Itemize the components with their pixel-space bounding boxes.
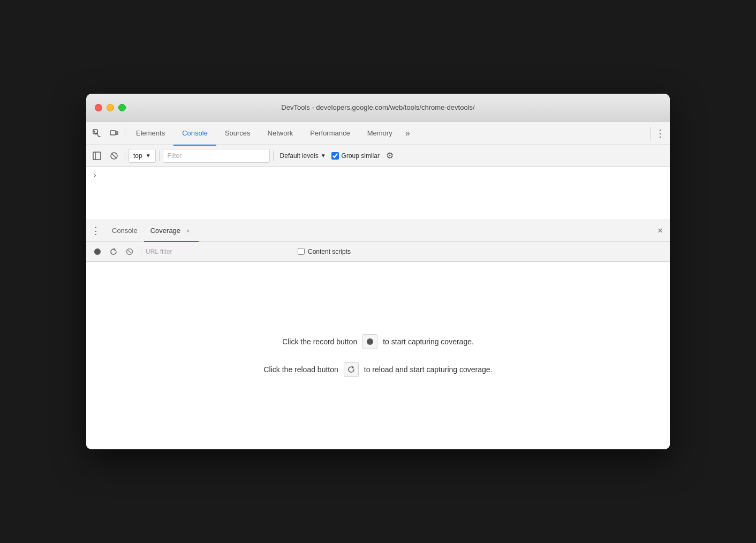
show-console-sidebar-button[interactable] (89, 148, 104, 163)
window-title: DevTools - developers.google.com/web/too… (281, 103, 474, 111)
tab-sources[interactable]: Sources (216, 122, 259, 146)
drawer-close-button[interactable]: × (653, 223, 668, 238)
tab-performance[interactable]: Performance (301, 122, 358, 146)
content-scripts-checkbox[interactable] (298, 248, 305, 255)
console-prompt[interactable]: › (93, 171, 663, 179)
coverage-url-filter[interactable] (146, 245, 296, 258)
context-selector[interactable]: top ▼ (128, 149, 156, 163)
bottom-drawer: ⋮ Console Coverage × × (86, 220, 670, 449)
drawer-tab-bar: ⋮ Console Coverage × × (86, 220, 670, 242)
group-similar-checkbox[interactable] (331, 152, 339, 160)
minimize-button[interactable] (107, 104, 114, 111)
coverage-toolbar: Content scripts (86, 242, 670, 262)
content-scripts-label[interactable]: Content scripts (298, 248, 351, 255)
inspect-element-button[interactable] (88, 125, 105, 142)
hint-record-icon (362, 334, 377, 349)
console-divider-1 (125, 150, 125, 161)
coverage-reload-button[interactable] (107, 245, 120, 259)
drawer-menu-button[interactable]: ⋮ (88, 223, 103, 238)
tab-memory[interactable]: Memory (359, 122, 401, 146)
chevron-down-icon: ▼ (146, 153, 151, 159)
svg-rect-1 (110, 131, 116, 135)
maximize-button[interactable] (118, 104, 126, 111)
console-options-bar: top ▼ Default levels ▼ Group similar ⚙ (86, 145, 670, 167)
coverage-hint-record: Click the record button to start capturi… (282, 334, 474, 349)
svg-rect-3 (93, 152, 101, 160)
levels-dropdown-icon: ▼ (321, 153, 326, 159)
devtools-toolbar: Elements Console Sources Network Perform… (86, 122, 670, 145)
svg-line-9 (128, 250, 131, 253)
svg-line-6 (112, 154, 116, 158)
svg-point-7 (94, 248, 101, 255)
svg-rect-2 (116, 132, 118, 134)
tab-console[interactable]: Console (173, 122, 216, 146)
coverage-divider (141, 247, 141, 257)
console-filter-input[interactable] (163, 149, 270, 163)
drawer-tab-console[interactable]: Console (105, 221, 144, 242)
tab-elements[interactable]: Elements (127, 122, 173, 146)
close-button[interactable] (95, 104, 102, 111)
devtools-window: DevTools - developers.google.com/web/too… (86, 94, 670, 449)
coverage-tab-close[interactable]: × (184, 227, 192, 235)
title-bar: DevTools - developers.google.com/web/too… (86, 94, 670, 122)
coverage-main-content: Click the record button to start capturi… (86, 262, 670, 449)
coverage-clear-button[interactable] (123, 245, 137, 259)
coverage-hint-reload: Click the reload button to reload and st… (263, 362, 492, 377)
group-similar-label[interactable]: Group similar (331, 152, 380, 160)
drawer-tab-coverage[interactable]: Coverage × (144, 221, 199, 242)
toolbar-divider-1 (125, 127, 125, 140)
tab-network[interactable]: Network (259, 122, 302, 146)
console-divider-2 (159, 150, 160, 161)
device-toolbar-button[interactable] (105, 125, 123, 142)
console-content: › (86, 167, 670, 220)
more-tabs-button[interactable]: » (401, 122, 414, 145)
default-levels-button[interactable]: Default levels ▼ (277, 151, 329, 161)
console-divider-3 (273, 150, 274, 161)
svg-point-10 (367, 338, 373, 345)
prompt-arrow-icon: › (93, 171, 97, 179)
hint-reload-icon (344, 362, 359, 377)
console-settings-button[interactable]: ⚙ (386, 150, 394, 161)
clear-console-button[interactable] (107, 148, 122, 163)
devtools-menu-button[interactable]: ⋮ (653, 126, 668, 141)
toolbar-divider-2 (650, 127, 651, 140)
main-nav-tabs: Elements Console Sources Network Perform… (127, 122, 648, 145)
coverage-record-button[interactable] (90, 245, 104, 259)
traffic-lights (95, 104, 126, 111)
